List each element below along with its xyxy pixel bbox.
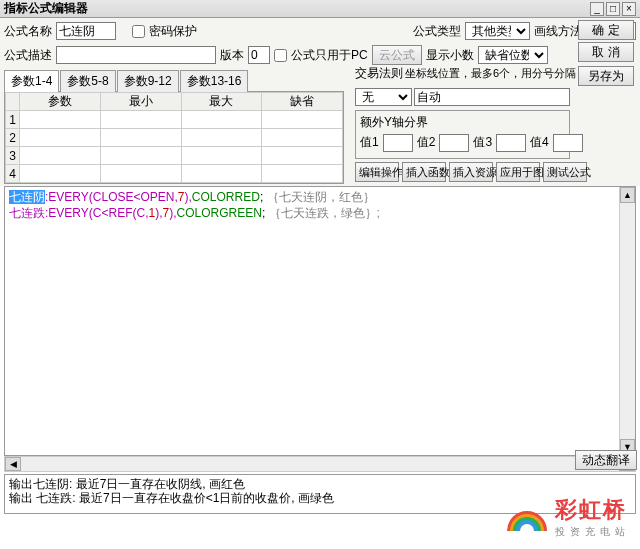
- version-input[interactable]: [248, 46, 270, 64]
- pconly-checkbox[interactable]: [274, 49, 287, 62]
- output-line: 输出七连阴: 最近7日一直存在收阴线, 画红色: [9, 477, 631, 491]
- line-label: 画线方法: [534, 23, 582, 40]
- type-select[interactable]: 其他类型: [465, 22, 530, 40]
- code-editor[interactable]: 七连阴:EVERY(CLOSE<OPEN,7),COLORRED; ｛七天连阴，…: [4, 186, 636, 456]
- trade-select[interactable]: 无: [355, 88, 412, 106]
- saveas-button[interactable]: 另存为: [578, 66, 634, 86]
- y-value3-input[interactable]: [496, 134, 526, 152]
- insert-fn-button[interactable]: 插入函数: [402, 162, 446, 182]
- code-hscrollbar[interactable]: ◀ ▶: [4, 456, 636, 472]
- tab-params-13-16[interactable]: 参数13-16: [180, 70, 249, 92]
- code-vscrollbar[interactable]: ▲ ▼: [619, 187, 635, 455]
- minimize-button[interactable]: _: [590, 2, 604, 16]
- name-label: 公式名称: [4, 23, 52, 40]
- edit-op-button[interactable]: 编辑操作: [355, 162, 399, 182]
- param-cell[interactable]: [20, 111, 101, 129]
- password-label: 密码保护: [149, 23, 197, 40]
- tab-params-5-8[interactable]: 参数5-8: [60, 70, 115, 92]
- password-checkbox[interactable]: [132, 25, 145, 38]
- yaxis-label: 额外Y轴分界: [360, 115, 428, 129]
- tab-params-9-12[interactable]: 参数9-12: [117, 70, 179, 92]
- desc-label: 公式描述: [4, 47, 52, 64]
- desc-input[interactable]: [56, 46, 216, 64]
- scroll-left-icon[interactable]: ◀: [5, 457, 21, 471]
- y-value2-input[interactable]: [439, 134, 469, 152]
- param-table: 参数最小最大缺省 1 2 3 4: [4, 91, 344, 184]
- name-input[interactable]: [56, 22, 116, 40]
- close-button[interactable]: ×: [622, 2, 636, 16]
- output-line: 输出 七连跌: 最近7日一直存在收盘价<1日前的收盘价, 画绿色: [9, 491, 631, 505]
- type-label: 公式类型: [413, 23, 461, 40]
- window-title: 指标公式编辑器: [4, 0, 88, 17]
- dynamic-translate-button[interactable]: 动态翻译: [575, 450, 637, 470]
- scroll-up-icon[interactable]: ▲: [620, 187, 635, 203]
- dec-label: 显示小数: [426, 47, 474, 64]
- trade-coord-input[interactable]: [414, 88, 570, 106]
- y-value1-input[interactable]: [383, 134, 413, 152]
- cancel-button[interactable]: 取 消: [578, 42, 634, 62]
- version-label: 版本: [220, 47, 244, 64]
- tab-params-1-4[interactable]: 参数1-4: [4, 70, 59, 92]
- ok-button[interactable]: 确 定: [578, 20, 634, 40]
- pconly-label: 公式只用于PC: [291, 47, 368, 64]
- apply-button[interactable]: 应用于图: [496, 162, 540, 182]
- trade-label: 交易法则: [355, 65, 403, 82]
- insert-res-button[interactable]: 插入资源: [449, 162, 493, 182]
- output-panel: 输出七连阴: 最近7日一直存在收阴线, 画红色 输出 七连跌: 最近7日一直存在…: [4, 474, 636, 514]
- y-value4-input[interactable]: [553, 134, 583, 152]
- maximize-button[interactable]: □: [606, 2, 620, 16]
- trade-hint: 坐标线位置，最多6个，用分号分隔: [405, 66, 576, 81]
- test-button[interactable]: 测试公式: [543, 162, 587, 182]
